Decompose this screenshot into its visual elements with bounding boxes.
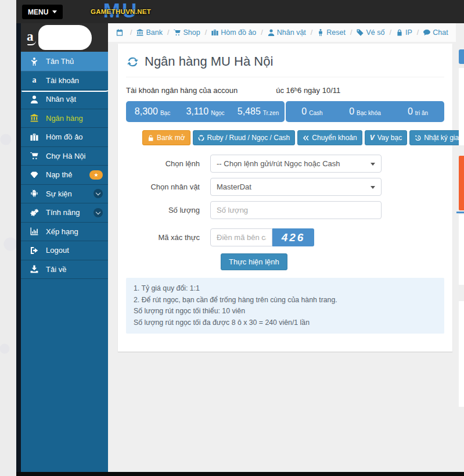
v-coin-icon: V	[370, 134, 375, 142]
command-select[interactable]: -- Chọn lệnh gửi/rút Ngọc hoặc Cash	[210, 155, 382, 173]
character-select[interactable]: MasterDat	[210, 178, 382, 196]
sidebar-item-cho-ha-noi[interactable]: Chợ Hà Nội	[21, 147, 108, 166]
submit-button[interactable]: Thực hiện lệnh	[221, 253, 287, 270]
caret-down-icon	[52, 10, 57, 13]
breadcrumb-bank[interactable]: Bank	[136, 28, 174, 37]
amount-label: Số lượng	[126, 206, 210, 214]
transfer-form: Chọn lệnh -- Chọn lệnh gửi/rút Ngọc hoặc…	[126, 155, 444, 270]
right-edge-widget-card	[459, 68, 464, 145]
nhat-ky-giao-dich-button[interactable]: Nhật ký giao dịch	[409, 130, 464, 145]
sidebar-item-label: Xếp hạng	[46, 227, 78, 236]
menu-button[interactable]: MENU	[22, 5, 63, 19]
balance-ngoc: 3,110Ngọc	[179, 101, 232, 122]
balance-bac-khoa: 0Bạc khóa	[339, 101, 391, 122]
right-edge-widget-card	[459, 214, 464, 285]
sidebar-item-nhan-vat[interactable]: Nhân vật	[21, 90, 108, 109]
child-icon	[28, 58, 40, 66]
bank-icon	[28, 114, 40, 122]
breadcrumb: Bank Shop Hòm đồ ảo Nhân vật Reset	[108, 23, 456, 42]
mu-banking-page: MENU MU GAMETHUVN.NET a Tân Thủ a Tài kh…	[0, 0, 464, 476]
circle-notch-icon	[198, 135, 204, 141]
sidebar-item-hom-do-ao[interactable]: Hòm đồ ảo	[21, 128, 108, 147]
user-icon	[268, 29, 275, 36]
sidebar-item-label: Nạp thẻ	[46, 170, 73, 179]
download-icon	[28, 265, 40, 273]
balance-bar: 8,300Bạc 3,110Ngọc 5,485Tr.zen 0Cash 0Bạ…	[126, 101, 444, 122]
sidebar-item-tai-khoan[interactable]: a Tài khoản	[21, 71, 108, 91]
sidebar-item-label: Chợ Hà Nội	[46, 152, 86, 160]
sidebar-item-ngan-hang[interactable]: Ngân hàng	[21, 109, 108, 128]
chuyen-khoan-button[interactable]: Chuyển khoản	[297, 130, 362, 145]
sidebar-item-label: Logout	[46, 246, 69, 255]
balance-box-right: 0Cash 0Bạc khóa 0tri ân	[286, 101, 444, 122]
sidebar-item-xep-hang[interactable]: Xếp hạng	[21, 223, 108, 242]
chat-icon	[423, 29, 430, 36]
amazon-a-icon: a	[27, 30, 34, 43]
amazon-a-icon: a	[28, 76, 40, 84]
logo-domain-text: GAMETHUVN.NET	[81, 8, 160, 15]
action-buttons-row: Bank mở Ruby / Ruud / Ngọc / Cash Chuyển…	[142, 130, 444, 145]
page-title: Ngân hàng MU Hà Nội	[126, 51, 444, 77]
right-edge-widget-blue	[459, 49, 464, 64]
breadcrumb-nhan-vat[interactable]: Nhân vật	[268, 28, 318, 37]
captcha-label: Mã xác thực	[126, 233, 210, 242]
command-label: Chọn lệnh	[126, 159, 210, 168]
character-row: Chọn nhân vật MasterDat	[126, 178, 444, 196]
amount-row: Số lượng	[126, 201, 444, 219]
note-line: 1. Tỷ giá quy đổi: 1:1	[134, 283, 437, 295]
android-icon	[28, 189, 40, 198]
breadcrumb-calendar[interactable]	[116, 28, 136, 37]
refresh-icon	[127, 56, 138, 67]
note-line: Số lượng rút ngọc tối thiểu: 10 viên	[134, 306, 437, 317]
sidebar-item-label: Tính năng	[46, 208, 80, 217]
sidebar-item-nap-the[interactable]: Nạp thẻ	[21, 166, 108, 185]
balance-bac: 8,300Bạc	[126, 101, 179, 122]
calendar-icon	[116, 29, 123, 36]
breadcrumb-chat[interactable]: Chat	[423, 28, 448, 37]
sidebar-item-su-kien[interactable]: Sự kiện	[21, 185, 108, 204]
captcha-input[interactable]	[210, 228, 272, 246]
bar-chart-icon	[28, 227, 40, 235]
captcha-image: 426	[272, 228, 314, 246]
history-icon	[415, 135, 421, 141]
page-title-text: Ngân hàng MU Hà Nội	[145, 54, 273, 69]
sidebar-item-tai-ve[interactable]: Tải về	[21, 260, 108, 280]
breadcrumb-hom-do-ao[interactable]: Hòm đồ ảo	[211, 28, 268, 37]
character-label: Chọn nhân vật	[126, 182, 210, 191]
censored-username	[38, 25, 92, 50]
user-icon	[28, 95, 40, 103]
ticket-icon	[357, 29, 364, 36]
account-status-line: Tài khoản ngân hàng của accoun úc 16ʰ6 n…	[126, 85, 444, 95]
amount-input[interactable]	[210, 201, 382, 219]
breadcrumb-shop[interactable]: Shop	[174, 28, 211, 37]
notes-box: 1. Tỷ giá quy đổi: 1:1 2. Để rút ngọc, b…	[126, 278, 444, 334]
command-row: Chọn lệnh -- Chọn lệnh gửi/rút Ngọc hoặc…	[126, 155, 444, 173]
sidebar-item-tan-thu[interactable]: Tân Thủ	[21, 52, 108, 71]
sidebar-item-label: Hòm đồ ảo	[46, 133, 83, 141]
breadcrumb-ip[interactable]: IP	[396, 28, 423, 37]
sidebar-item-label: Tài khoản	[46, 76, 79, 85]
balance-cash: 0Cash	[286, 101, 339, 122]
chevron-down-icon	[93, 189, 103, 198]
bank-icon	[136, 29, 143, 36]
bank-mo-button[interactable]: Bank mở	[142, 130, 190, 145]
right-edge-widget-orange	[459, 156, 464, 210]
bottom-bar	[16, 472, 464, 476]
logout-icon	[28, 246, 40, 255]
gears-icon	[28, 209, 40, 217]
sidebar-item-label: Tải về	[46, 265, 66, 274]
sidebar: a Tân Thủ a Tài khoản Nhân vật Ngân hàng	[21, 23, 108, 472]
sidebar-item-label: Nhân vật	[46, 95, 76, 103]
breadcrumb-ve-so[interactable]: Vé số	[357, 28, 395, 37]
main-content: Bank Shop Hòm đồ ảo Nhân vật Reset	[108, 23, 464, 472]
note-line: Số lượng rút ngọc tối đa được 8 ô x 30 =…	[134, 317, 437, 329]
right-edge-widget-divider	[456, 212, 464, 213]
site-logo[interactable]: MU GAMETHUVN.NET	[81, 0, 160, 23]
sidebar-item-logout[interactable]: Logout	[21, 241, 108, 260]
vay-bac-button[interactable]: V Vay bạc	[365, 130, 407, 145]
breadcrumb-reset[interactable]: Reset	[317, 28, 357, 37]
sidebar-item-tinh-nang[interactable]: Tính năng	[21, 203, 108, 223]
ruby-ruud-ngoc-cash-button[interactable]: Ruby / Ruud / Ngọc / Cash	[193, 130, 296, 145]
briefcase-icon	[28, 133, 40, 141]
censored-account-name	[238, 85, 276, 95]
